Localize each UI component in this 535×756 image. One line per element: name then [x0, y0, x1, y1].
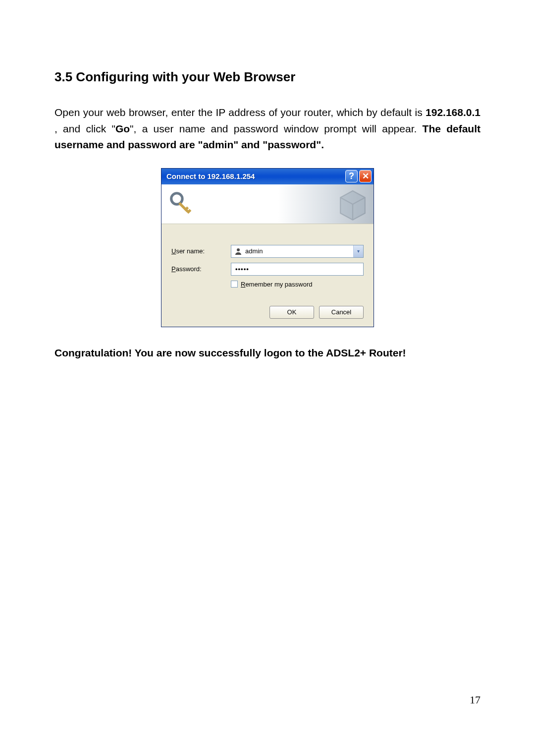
- close-icon: ✕: [362, 171, 369, 181]
- ok-button[interactable]: OK: [269, 306, 314, 319]
- section-heading: 3.5 Configuring with your Web Browser: [54, 69, 481, 85]
- label-text: assword:: [176, 265, 202, 273]
- dialog-titlebar: Connect to 192.168.1.254 ? ✕: [161, 169, 374, 184]
- remember-row: Remember my password: [231, 281, 364, 288]
- text-segment: , and click ": [54, 123, 115, 134]
- mnemonic: U: [171, 247, 176, 255]
- username-input[interactable]: admin ▾: [231, 245, 364, 258]
- text-segment: ", a user name and password window promp…: [130, 123, 422, 134]
- help-button[interactable]: ?: [345, 170, 358, 182]
- label-text: ser name:: [176, 247, 205, 255]
- chevron-down-icon: ▾: [357, 248, 360, 254]
- dialog-title: Connect to 192.168.1.254: [166, 172, 344, 180]
- remember-checkbox[interactable]: [231, 281, 238, 288]
- mnemonic: R: [241, 281, 245, 288]
- username-dropdown-button[interactable]: ▾: [353, 245, 363, 257]
- username-row: User name: admin ▾: [171, 245, 364, 258]
- password-label: Password:: [171, 265, 231, 273]
- intro-paragraph: Open your web browser, enter the IP addr…: [54, 105, 481, 153]
- username-label: User name:: [171, 247, 231, 255]
- dialog-banner: [161, 184, 374, 224]
- password-input[interactable]: •••••: [231, 263, 364, 276]
- page-number: 17: [470, 694, 481, 706]
- go-word: Go: [115, 123, 130, 134]
- text-segment: Open your web browser, enter the IP addr…: [54, 107, 426, 118]
- auth-dialog: Connect to 192.168.1.254 ? ✕: [161, 168, 374, 327]
- dialog-container: Connect to 192.168.1.254 ? ✕: [54, 168, 481, 327]
- dialog-buttons: OK Cancel: [171, 306, 364, 319]
- close-button[interactable]: ✕: [359, 170, 372, 182]
- mnemonic: P: [171, 265, 176, 273]
- password-row: Password: •••••: [171, 263, 364, 276]
- username-value: admin: [245, 247, 353, 255]
- dialog-form: User name: admin ▾ Password: ••••• Remem…: [161, 224, 374, 327]
- congrats-text: Congratulation! You are now successfully…: [54, 347, 481, 359]
- help-icon: ?: [349, 171, 354, 181]
- user-icon: [234, 247, 242, 255]
- label-text: emember my password: [245, 281, 312, 288]
- password-value: •••••: [235, 265, 249, 273]
- remember-label: Remember my password: [241, 281, 313, 288]
- server-icon: [335, 186, 371, 222]
- default-ip: 192.168.0.1: [426, 107, 481, 118]
- keys-icon: [167, 189, 195, 217]
- svg-point-6: [237, 248, 240, 251]
- cancel-button[interactable]: Cancel: [319, 306, 364, 319]
